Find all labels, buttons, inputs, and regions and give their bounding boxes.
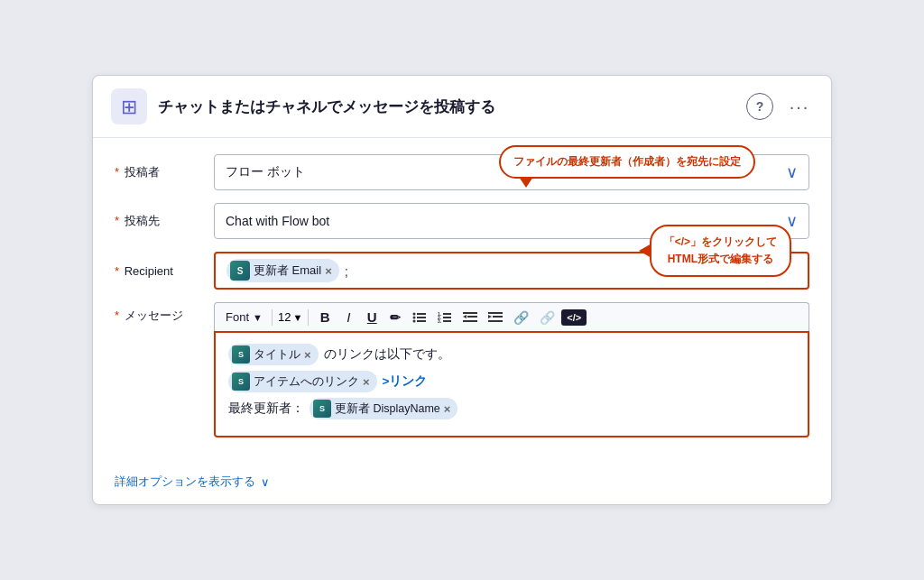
- main-card: ⊞ チャットまたはチャネルでメッセージを投稿する ? ··· * 投稿者 フロー…: [92, 75, 832, 505]
- line2-link[interactable]: >リンク: [383, 373, 428, 390]
- message-line-2: S アイテムへのリンク × >リンク: [228, 371, 795, 392]
- show-more-link[interactable]: 詳細オプションを表示する ∨: [115, 474, 809, 490]
- svg-rect-18: [488, 312, 503, 314]
- indent-decrease-button[interactable]: [458, 309, 482, 326]
- svg-rect-21: [488, 320, 503, 322]
- link-chip: S アイテムへのリンク ×: [228, 371, 377, 392]
- font-size-selector[interactable]: 12 ▼: [278, 310, 302, 324]
- poster-row: * 投稿者 フロー ボット ∨ ファイルの最終更新者（作成者）を宛先に設定: [115, 154, 809, 190]
- title-chip-close[interactable]: ×: [304, 348, 311, 362]
- displayname-chip-close[interactable]: ×: [444, 402, 451, 416]
- svg-rect-9: [443, 313, 451, 315]
- toolbar-sep-2: [308, 309, 309, 326]
- callout-recipient: 「</>」をクリックしてHTML形式で編集する: [650, 225, 791, 277]
- link-chip-label: アイテムへのリンク: [254, 374, 359, 390]
- link-chip-close[interactable]: ×: [363, 375, 370, 389]
- svg-marker-19: [488, 315, 492, 318]
- title-chip-icon: S: [232, 345, 250, 364]
- displayname-chip-icon: S: [313, 400, 331, 418]
- svg-rect-3: [417, 313, 426, 315]
- message-label: * メッセージ: [115, 302, 214, 324]
- required-star-poster: *: [115, 165, 119, 179]
- callout-poster: ファイルの最終更新者（作成者）を宛先に設定: [499, 145, 755, 179]
- recipient-chip-label: 更新者 Email: [254, 262, 321, 279]
- bold-button[interactable]: B: [314, 307, 336, 327]
- poster-value: フロー ボット: [226, 164, 305, 180]
- svg-text:⊞: ⊞: [121, 96, 137, 118]
- recipient-chip: S 更新者 Email ×: [226, 259, 339, 282]
- poster-dropdown-arrow[interactable]: ∨: [786, 162, 798, 182]
- show-more-label: 詳細オプションを表示する: [115, 474, 255, 490]
- recipient-chip-close[interactable]: ×: [325, 264, 332, 278]
- svg-rect-13: [443, 320, 451, 322]
- post-to-label: * 投稿先: [115, 213, 214, 229]
- font-selector[interactable]: Font ▼: [222, 308, 266, 326]
- svg-rect-17: [463, 320, 477, 322]
- link-chip-icon: S: [232, 373, 250, 391]
- svg-point-2: [413, 312, 416, 315]
- bullet-list-button[interactable]: [408, 308, 431, 327]
- italic-button[interactable]: I: [337, 307, 359, 327]
- svg-rect-11: [443, 317, 451, 318]
- card-title: チャットまたはチャネルでメッセージを投稿する: [158, 97, 735, 117]
- svg-rect-7: [417, 320, 426, 322]
- svg-point-6: [413, 319, 416, 322]
- title-chip: S タイトル ×: [228, 344, 319, 365]
- poster-label: * 投稿者: [115, 164, 214, 180]
- message-editor: Font ▼ 12 ▼ B I U ✏: [214, 302, 809, 437]
- header-actions: ? ···: [746, 93, 813, 120]
- indent-increase-button[interactable]: [484, 309, 507, 326]
- post-to-dropdown-arrow[interactable]: ∨: [786, 211, 798, 231]
- svg-rect-16: [467, 316, 477, 318]
- recipient-row: * Recipient S 更新者 Email × ; 「</>」をクリックして…: [115, 252, 809, 290]
- chevron-down-icon: ∨: [261, 475, 270, 489]
- link-button[interactable]: 🔗: [509, 308, 533, 327]
- required-star-recipient: *: [115, 264, 119, 278]
- recipient-chip-icon: S: [230, 261, 250, 281]
- recipient-label: * Recipient: [115, 264, 214, 278]
- message-row: * メッセージ Font ▼ 12 ▼ B I: [115, 302, 809, 437]
- numbered-list-button[interactable]: 1.2.3.: [433, 308, 457, 327]
- toolbar-sep-1: [272, 309, 273, 326]
- underline-button[interactable]: U: [361, 307, 383, 327]
- message-line-3: 最終更新者： S 更新者 DisplayName ×: [228, 398, 795, 419]
- show-more-section: 詳細オプションを表示する ∨: [93, 461, 831, 504]
- more-button[interactable]: ···: [786, 93, 813, 120]
- line1-text: のリンクは以下です。: [324, 346, 450, 363]
- font-size-arrow: ▼: [292, 312, 302, 323]
- svg-point-4: [413, 316, 416, 318]
- svg-text:3.: 3.: [438, 318, 442, 324]
- font-dropdown-arrow: ▼: [253, 312, 263, 323]
- code-button[interactable]: </>: [561, 309, 587, 326]
- svg-rect-5: [417, 317, 426, 318]
- displayname-chip-label: 更新者 DisplayName: [335, 401, 440, 417]
- font-label: Font: [226, 310, 249, 324]
- card-header: ⊞ チャットまたはチャネルでメッセージを投稿する ? ···: [93, 76, 831, 138]
- strikethrough-button[interactable]: 🔗: [535, 308, 559, 327]
- pen-button[interactable]: ✏: [384, 308, 406, 327]
- font-size-value: 12: [278, 310, 291, 324]
- teams-icon: ⊞: [111, 88, 147, 124]
- svg-rect-14: [463, 312, 477, 314]
- card-body: * 投稿者 フロー ボット ∨ ファイルの最終更新者（作成者）を宛先に設定 * …: [93, 138, 831, 461]
- title-chip-label: タイトル: [254, 347, 300, 363]
- message-line-1: S タイトル × のリンクは以下です。: [228, 344, 795, 365]
- post-to-value: Chat with Flow bot: [226, 214, 329, 228]
- line3-prefix: 最終更新者：: [228, 400, 304, 417]
- required-star-postto: *: [115, 214, 119, 227]
- help-button[interactable]: ?: [746, 93, 773, 120]
- svg-rect-20: [493, 316, 503, 318]
- displayname-chip: S 更新者 DisplayName ×: [310, 398, 457, 419]
- required-star-message: *: [115, 308, 119, 322]
- message-body[interactable]: S タイトル × のリンクは以下です。 S アイテムへのリンク ×: [214, 331, 809, 437]
- message-toolbar: Font ▼ 12 ▼ B I U ✏: [214, 302, 809, 331]
- svg-marker-15: [463, 315, 467, 318]
- recipient-semicolon: ;: [345, 263, 348, 279]
